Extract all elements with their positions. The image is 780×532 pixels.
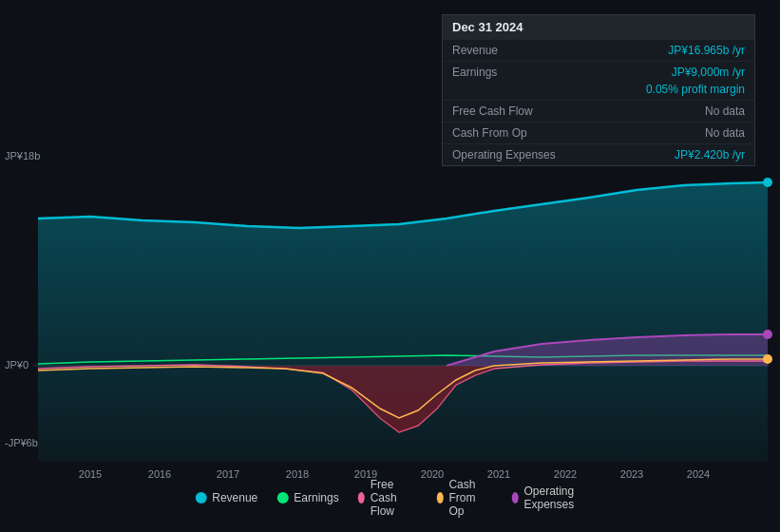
tooltip-profit-margin-value: 0.05% profit margin [646,83,745,96]
legend-revenue-label: Revenue [212,491,257,504]
tooltip-fcf-label: Free Cash Flow [452,104,533,118]
legend-revenue-dot [195,492,206,504]
opex-end-dot [763,330,772,339]
tooltip-fcf-row: Free Cash Flow No data [443,100,754,122]
legend-fcf-label: Free Cash Flow [371,478,418,518]
tooltip-box: Dec 31 2024 Revenue JP¥16.965b /yr Earni… [442,14,755,166]
tooltip-date: Dec 31 2024 [443,15,754,39]
tooltip-earnings-label: Earnings [452,66,497,79]
tooltip-earnings-row: Earnings JP¥9,000m /yr [443,61,754,83]
chart-container: JP¥18b JP¥0 -JP¥6b 2015 2016 2017 2018 2… [0,0,780,532]
tooltip-opex-label: Operating Expenses [452,148,556,162]
cashfromop-end-dot [763,354,772,364]
legend-earnings-dot [276,492,288,504]
tooltip-opex-value: JP¥2.420b /yr [675,148,745,162]
chart-legend: Revenue Earnings Free Cash Flow Cash Fro… [195,478,585,518]
x-label-2016: 2016 [148,468,171,480]
legend-fcf-dot [358,492,365,504]
tooltip-revenue-value: JP¥16.965b /yr [668,44,745,57]
legend-cashfromop[interactable]: Cash From Op [436,478,492,518]
legend-revenue[interactable]: Revenue [195,491,257,504]
tooltip-fcf-value: No data [705,104,745,118]
legend-cashfromop-label: Cash From Op [448,478,492,518]
legend-opex-dot [511,492,518,504]
legend-earnings[interactable]: Earnings [276,491,338,504]
x-label-2024: 2024 [687,468,710,480]
legend-earnings-label: Earnings [294,491,338,504]
legend-opex[interactable]: Operating Expenses [511,484,584,511]
tooltip-revenue-label: Revenue [452,44,498,57]
x-label-2023: 2023 [620,468,643,480]
x-label-2015: 2015 [79,468,102,480]
y-label-bot: -JP¥6b [5,437,38,448]
tooltip-cashfromop-label: Cash From Op [452,126,527,140]
y-label-mid: JP¥0 [5,359,29,370]
legend-opex-label: Operating Expenses [523,484,584,511]
tooltip-opex-row: Operating Expenses JP¥2.420b /yr [443,143,754,165]
y-label-top: JP¥18b [5,150,40,162]
tooltip-profit-margin-row: 0.05% profit margin [443,83,754,100]
legend-fcf[interactable]: Free Cash Flow [358,478,418,518]
legend-cashfromop-dot [436,492,443,504]
tooltip-revenue-row: Revenue JP¥16.965b /yr [443,39,754,61]
tooltip-cashfromop-row: Cash From Op No data [443,122,754,143]
tooltip-cashfromop-value: No data [705,126,745,140]
tooltip-earnings-value: JP¥9,000m /yr [672,66,745,79]
revenue-end-dot [763,178,772,187]
